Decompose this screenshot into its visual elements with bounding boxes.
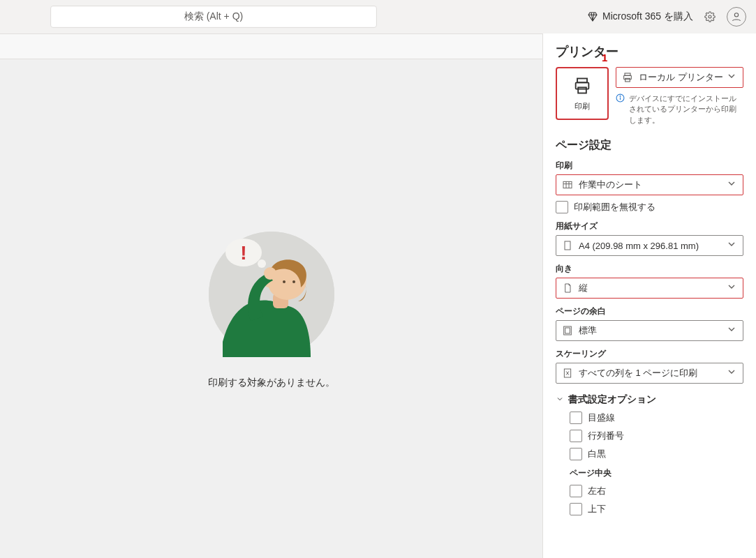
orientation-value: 縦 [579, 282, 726, 294]
preview-toolbar [0, 34, 542, 59]
empty-preview-illustration: ! [209, 232, 334, 357]
print-tile-label: 印刷 [575, 101, 590, 112]
svg-rect-25 [565, 241, 570, 250]
paper-size-label: 用紙サイズ [556, 220, 743, 232]
buy-label: Microsoft 365 を購入 [602, 10, 693, 23]
center-vertical-checkbox[interactable]: 上下 [570, 503, 743, 515]
format-options-title: 書式設定オプション [568, 393, 656, 406]
info-icon [616, 93, 625, 126]
svg-rect-27 [565, 328, 570, 333]
paper-size-select[interactable]: A4 (209.98 mm x 296.81 mm) [556, 235, 743, 256]
paper-size-value: A4 (209.98 mm x 296.81 mm) [579, 241, 726, 251]
ignore-print-area-label: 印刷範囲を無視する [574, 201, 655, 213]
main-area: ! 印刷する対象がありません。 [0, 33, 756, 558]
search-input[interactable]: 検索 (Alt + Q) [50, 6, 377, 28]
page-portrait-icon [562, 282, 573, 294]
print-target-select[interactable]: 作業中のシート [556, 174, 743, 195]
page-setup-title: ページ設定 [556, 138, 743, 153]
empty-preview-message: 印刷する対象がありません。 [208, 377, 335, 389]
printer-hint-text: デバイスにすでにインストールされているプリンターから印刷します。 [629, 93, 743, 126]
topbar-right: Microsoft 365 を購入 [587, 7, 746, 27]
black-white-checkbox[interactable]: 白黒 [570, 448, 743, 460]
person-icon [731, 11, 742, 22]
format-options-toggle[interactable]: 書式設定オプション [556, 393, 743, 406]
center-vertical-label: 上下 [588, 503, 606, 515]
orientation-label: 向き [556, 263, 743, 275]
search-placeholder: 検索 (Alt + Q) [184, 10, 243, 23]
svg-text:!: ! [240, 242, 246, 264]
svg-rect-14 [578, 87, 586, 93]
chevron-down-icon [726, 239, 737, 252]
printer-select-value: ローカル プリンター [639, 71, 726, 84]
chevron-down-icon [726, 324, 737, 338]
checkbox-icon [570, 412, 582, 424]
printer-small-icon [622, 72, 633, 83]
row-col-numbers-label: 行列番号 [588, 430, 624, 442]
svg-point-0 [709, 15, 711, 18]
svg-point-1 [734, 13, 738, 17]
chevron-down-icon [726, 366, 737, 380]
print-target-label: 印刷 [556, 160, 743, 172]
account-button[interactable] [727, 7, 746, 27]
printer-icon [572, 76, 592, 98]
buy-microsoft-365-link[interactable]: Microsoft 365 を購入 [587, 10, 693, 23]
diamond-icon [587, 11, 598, 22]
printer-section-title: プリンター [556, 43, 743, 60]
print-button[interactable]: 印刷 [556, 67, 609, 120]
margins-value: 標準 [579, 324, 726, 337]
checkbox-icon [570, 503, 582, 515]
checkbox-icon [570, 430, 582, 442]
settings-button[interactable] [704, 11, 716, 22]
page-center-title: ページ中央 [570, 467, 743, 479]
margins-select[interactable]: 標準 [556, 320, 743, 341]
print-preview-pane: ! 印刷する対象がありません。 [0, 33, 542, 558]
margins-label: ページの余白 [556, 306, 743, 317]
scaling-select[interactable]: すべての列を 1 ページに印刷 [556, 363, 743, 384]
scaling-icon [562, 368, 573, 379]
orientation-select[interactable]: 縦 [556, 278, 743, 299]
svg-rect-21 [563, 182, 572, 188]
sheet-icon [562, 179, 573, 190]
svg-point-3 [258, 259, 266, 268]
printer-select[interactable]: ローカル プリンター [616, 67, 743, 88]
center-horizontal-checkbox[interactable]: 左右 [570, 485, 743, 497]
print-settings-panel: 4 1 プリンター 印刷 ローカル プリンター [542, 33, 756, 558]
chevron-down-icon [726, 281, 737, 295]
margins-icon [562, 325, 573, 336]
svg-point-8 [283, 280, 286, 283]
printer-hint: デバイスにすでにインストールされているプリンターから印刷します。 [616, 93, 743, 126]
chevron-down-icon [556, 394, 564, 405]
svg-point-20 [620, 96, 621, 96]
checkbox-icon [556, 201, 568, 213]
chevron-down-icon [726, 70, 737, 84]
svg-point-9 [292, 280, 295, 283]
gridlines-checkbox[interactable]: 目盛線 [570, 412, 743, 424]
scaling-value: すべての列を 1 ページに印刷 [579, 367, 726, 379]
page-icon [562, 240, 573, 251]
ignore-print-area-checkbox[interactable]: 印刷範囲を無視する [556, 201, 743, 213]
svg-point-11 [264, 267, 276, 280]
checkbox-icon [570, 448, 582, 460]
top-bar: 検索 (Alt + Q) Microsoft 365 を購入 [0, 0, 756, 33]
print-target-value: 作業中のシート [579, 179, 726, 191]
checkbox-icon [570, 485, 582, 497]
gridlines-label: 目盛線 [588, 412, 615, 424]
svg-rect-17 [625, 78, 630, 82]
scaling-label: スケーリング [556, 348, 743, 360]
black-white-label: 白黒 [588, 448, 606, 460]
center-horizontal-label: 左右 [588, 485, 606, 497]
row-col-numbers-checkbox[interactable]: 行列番号 [570, 430, 743, 442]
chevron-down-icon [726, 178, 737, 192]
